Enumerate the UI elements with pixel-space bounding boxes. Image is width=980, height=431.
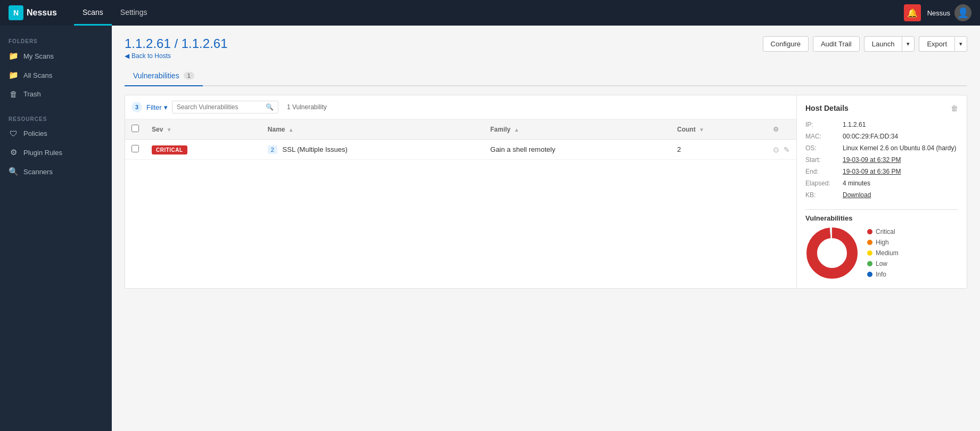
table-header-row: Sev ▼ Name ▲ Family ▲ — [125, 119, 796, 140]
top-right-area: 🔔 Nessus 👤 — [904, 4, 971, 21]
row-edit-icon[interactable]: ✎ — [784, 145, 790, 154]
host-detail-end: End: 19-03-09 at 6:36 PM — [805, 166, 958, 177]
host-detail-elapsed: Elapsed: 4 minutes — [805, 177, 958, 189]
host-detail-start: Start: 19-03-09 at 6:32 PM — [805, 154, 958, 166]
elapsed-value: 4 minutes — [843, 177, 958, 189]
nav-scans[interactable]: Scans — [74, 0, 112, 26]
donut-svg — [805, 226, 859, 280]
folders-label: FOLDERS — [0, 34, 112, 46]
tab-badge: 1 — [184, 72, 194, 79]
content-body: 3 Filter ▾ 🔍 1 Vulnerability — [125, 95, 967, 289]
count-cell: 2 — [671, 140, 767, 160]
resources-label: RESOURCES — [0, 112, 112, 124]
col-count: Count ▼ — [671, 119, 767, 140]
export-split-button: Export ▾ — [919, 36, 967, 52]
severity-badge: CRITICAL — [152, 145, 187, 154]
search-input[interactable] — [177, 103, 266, 111]
nav-settings[interactable]: Settings — [112, 0, 156, 26]
low-label: Low — [876, 260, 887, 267]
col-sev: Sev ▼ — [145, 119, 261, 140]
ip-value: 1.1.2.61 — [843, 119, 958, 131]
tab-bar: Vulnerabilities 1 — [125, 66, 967, 86]
sidebar-item-policies[interactable]: 🛡 Policies — [0, 124, 112, 143]
row-checkbox[interactable] — [131, 145, 139, 152]
filter-button[interactable]: Filter ▾ — [146, 103, 168, 111]
back-to-hosts-link[interactable]: ◀ Back to Hosts — [125, 52, 171, 60]
chart-legend: Critical High Medium — [867, 228, 899, 278]
gear-icon[interactable]: ⚙ — [773, 126, 779, 133]
download-link[interactable]: Download — [843, 189, 958, 201]
sev-cell: CRITICAL — [145, 140, 261, 160]
vulnerabilities-table: Sev ▼ Name ▲ Family ▲ — [125, 119, 796, 160]
family-cell: Gain a shell remotely — [484, 140, 671, 160]
logo[interactable]: N Nessus — [9, 5, 57, 20]
vuln-name[interactable]: SSL (Multiple Issues) — [283, 145, 348, 153]
sidebar-item-scanners[interactable]: 🔍 Scanners — [0, 162, 112, 181]
host-detail-os: OS: Linux Kernel 2.6 on Ubuntu 8.04 (har… — [805, 142, 958, 154]
legend-info: Info — [867, 271, 899, 278]
header-actions: Configure Audit Trail Launch ▾ Export ▾ — [763, 36, 967, 52]
notification-button[interactable]: 🔔 — [904, 4, 921, 21]
scanners-icon: 🔍 — [9, 167, 18, 176]
search-box: 🔍 — [172, 101, 278, 113]
tab-label: Vulnerabilities — [133, 71, 179, 80]
user-avatar: 👤 — [954, 4, 971, 21]
row-info-icon[interactable]: ⊙ — [773, 145, 779, 154]
sev-sort-icon[interactable]: ▼ — [167, 127, 172, 133]
main-layout: FOLDERS 📁 My Scans 📁 All Scans 🗑 Trash R… — [0, 26, 980, 431]
donut-chart — [805, 226, 859, 280]
configure-button[interactable]: Configure — [763, 36, 809, 52]
medium-label: Medium — [876, 249, 899, 257]
launch-dropdown-arrow[interactable]: ▾ — [902, 36, 915, 52]
mac-value: 00:0C:29:FA:DD:34 — [843, 131, 958, 142]
name-sort-icon[interactable]: ▲ — [289, 127, 294, 133]
tab-vulnerabilities[interactable]: Vulnerabilities 1 — [125, 66, 203, 86]
vuln-chart-title: Vulnerabilities — [805, 214, 958, 222]
launch-button[interactable]: Launch — [864, 36, 902, 52]
start-value: 19-03-09 at 6:32 PM — [843, 154, 958, 166]
sidebar-item-label: Scanners — [23, 168, 53, 176]
user-name: Nessus — [927, 9, 950, 17]
medium-dot — [867, 250, 872, 256]
sidebar-item-all-scans[interactable]: 📁 All Scans — [0, 66, 112, 85]
delete-host-icon[interactable]: 🗑 — [951, 104, 958, 112]
page-header: 1.1.2.61 / 1.1.2.61 ◀ Back to Hosts Conf… — [125, 36, 967, 60]
user-menu[interactable]: Nessus 👤 — [927, 4, 971, 21]
sidebar-item-trash[interactable]: 🗑 Trash — [0, 85, 112, 103]
my-scans-icon: 📁 — [9, 51, 18, 61]
critical-dot — [867, 229, 872, 234]
kb-label: KB: — [805, 189, 843, 201]
legend-low: Low — [867, 260, 899, 267]
main-content: 1.1.2.61 / 1.1.2.61 ◀ Back to Hosts Conf… — [112, 26, 980, 431]
title-area: 1.1.2.61 / 1.1.2.61 ◀ Back to Hosts — [125, 36, 228, 60]
vulnerabilities-section: 3 Filter ▾ 🔍 1 Vulnerability — [125, 95, 796, 288]
divider — [805, 209, 958, 210]
mac-label: MAC: — [805, 131, 843, 142]
col-name: Name ▲ — [261, 119, 484, 140]
plugin-rules-icon: ⚙ — [9, 148, 18, 157]
critical-label: Critical — [876, 228, 895, 235]
sidebar-item-label: Plugin Rules — [23, 149, 62, 157]
host-details-panel: Host Details 🗑 IP: 1.1.2.61 MAC: 00:0C:2… — [796, 95, 967, 288]
sidebar-item-label: My Scans — [23, 52, 54, 60]
filter-count: 3 — [131, 102, 142, 112]
legend-high: High — [867, 239, 899, 246]
sidebar: FOLDERS 📁 My Scans 📁 All Scans 🗑 Trash R… — [0, 26, 112, 431]
logo-text: Nessus — [27, 8, 57, 18]
host-detail-kb: KB: Download — [805, 189, 958, 201]
sidebar-item-plugin-rules[interactable]: ⚙ Plugin Rules — [0, 143, 112, 162]
audit-trail-button[interactable]: Audit Trail — [813, 36, 860, 52]
filter-label: Filter — [146, 103, 162, 111]
chart-container: Critical High Medium — [805, 226, 958, 280]
host-detail-mac: MAC: 00:0C:29:FA:DD:34 — [805, 131, 958, 142]
export-button[interactable]: Export — [919, 36, 954, 52]
export-dropdown-arrow[interactable]: ▾ — [954, 36, 967, 52]
end-label: End: — [805, 166, 843, 177]
page-title: 1.1.2.61 / 1.1.2.61 — [125, 36, 228, 51]
count-sort-icon[interactable]: ▼ — [699, 127, 704, 133]
sidebar-item-my-scans[interactable]: 📁 My Scans — [0, 46, 112, 66]
family-sort-icon[interactable]: ▲ — [514, 127, 519, 133]
os-label: OS: — [805, 142, 843, 154]
logo-icon: N — [9, 5, 23, 20]
select-all-checkbox[interactable] — [131, 125, 139, 132]
